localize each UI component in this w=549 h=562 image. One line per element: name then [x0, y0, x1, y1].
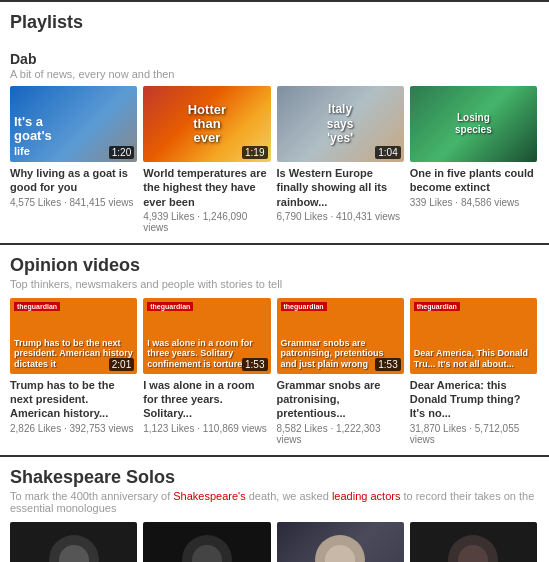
guardian-logo-alone: theguardian	[147, 302, 193, 311]
video-thumb-italy: Italysays'yes' 1:04	[277, 86, 404, 162]
guardian-logo-trump: theguardian	[14, 302, 60, 311]
guardian-logo-dear: theguardian	[414, 302, 460, 311]
shakespeare-link[interactable]: Shakespeare's	[173, 490, 245, 502]
video-thumb-losing: Losingspecies	[410, 86, 537, 162]
video-title-losing: One in five plants could become extinct	[410, 166, 537, 195]
dab-video-grid: It's agoat'slife 1:20 Why living as a go…	[10, 86, 539, 233]
video-item-laura[interactable]: 1:27 Laura Carmichael as Portia: 'The qu…	[277, 522, 404, 562]
opinion-section: Opinion videos Top thinkers, newsmakers …	[0, 243, 549, 445]
video-title-italy: Is Western Europe finally showing all it…	[277, 166, 404, 209]
shakespeare-section: Shakespeare Solos To mark the 400th anni…	[0, 455, 549, 562]
playlist-desc: A bit of news, every now and then	[10, 68, 539, 80]
video-item-italy[interactable]: Italysays'yes' 1:04 Is Western Europe fi…	[277, 86, 404, 233]
avatar-paterson	[182, 535, 232, 562]
video-meta-alone: 1,123 Likes · 110,869 views	[143, 423, 270, 434]
playlists-section: Playlists	[0, 0, 549, 33]
video-thumb-damian	[410, 522, 537, 562]
video-title-alone: I was alone in a room for three years. S…	[143, 378, 270, 421]
thumb-bg-riz	[10, 522, 137, 562]
video-meta-dear: 31,870 Likes · 5,712,055 views	[410, 423, 537, 445]
video-thumb-riz: 1:53	[10, 522, 137, 562]
thumb-text-hotter: Hotterthanever	[184, 99, 230, 150]
avatar-riz	[49, 535, 99, 562]
shakespeare-video-grid: 1:53 Riz Ahmed as Edmund in King Lear: '…	[10, 522, 539, 562]
video-item-hotter[interactable]: Hotterthanever 1:19 World temperatures a…	[143, 86, 270, 233]
thumb-bg-laura	[277, 522, 404, 562]
video-thumb-alone: theguardian I was alone in a room for th…	[143, 298, 270, 374]
video-item-paterson[interactable]: 1:34 Paterson Joseph as Shylock: 'You ca…	[143, 522, 270, 562]
shakespeare-subtitle: To mark the 400th anniversary of Shakesp…	[10, 490, 539, 514]
video-thumb-trump: theguardian Trump has to be the next pre…	[10, 298, 137, 374]
page-title: Playlists	[10, 12, 539, 33]
thumb-bg-dear: theguardian Dear America, This Donald Tr…	[410, 298, 537, 374]
video-title-trump: Trump has to be the next president. Amer…	[10, 378, 137, 421]
video-duration-hotter: 1:19	[242, 146, 267, 159]
thumb-text-italy: Italysays'yes'	[323, 98, 358, 149]
video-duration-grammar: 1:53	[375, 358, 400, 371]
thumb-title-goat: It's agoat'slife	[14, 115, 52, 158]
thumb-text-losing: Losingspecies	[451, 108, 496, 140]
video-title-hotter: World temperatures are the highest they …	[143, 166, 270, 209]
video-duration-trump: 2:01	[109, 358, 134, 371]
video-title-goat: Why living as a goat is good for you	[10, 166, 137, 195]
leading-actors-link[interactable]: leading actors	[332, 490, 401, 502]
video-meta-goat: 4,575 Likes · 841,415 views	[10, 197, 137, 208]
video-thumb-laura: 1:27	[277, 522, 404, 562]
video-thumb-dear: theguardian Dear America, This Donald Tr…	[410, 298, 537, 374]
video-item-goat[interactable]: It's agoat'slife 1:20 Why living as a go…	[10, 86, 137, 233]
video-item-damian[interactable]: Damian Lewis as An... heart is in the co…	[410, 522, 537, 562]
avatar-laura	[315, 535, 365, 562]
video-thumb-paterson: 1:34	[143, 522, 270, 562]
playlist-name: Dab	[10, 51, 539, 67]
avatar-damian	[448, 535, 498, 562]
shakespeare-title: Shakespeare Solos	[10, 467, 539, 488]
video-meta-trump: 2,826 Likes · 392,753 views	[10, 423, 137, 434]
dab-playlist: Dab A bit of news, every now and then It…	[0, 41, 549, 233]
video-item-trump[interactable]: theguardian Trump has to be the next pre…	[10, 298, 137, 445]
video-thumb-goat: It's agoat'slife 1:20	[10, 86, 137, 162]
video-thumb-hotter: Hotterthanever 1:19	[143, 86, 270, 162]
video-title-dear: Dear America: this Donald Trump thing? I…	[410, 378, 537, 421]
video-item-dear[interactable]: theguardian Dear America, This Donald Tr…	[410, 298, 537, 445]
thumb-bg-losing: Losingspecies	[410, 86, 537, 162]
opinion-title: Opinion videos	[10, 255, 539, 276]
video-item-riz[interactable]: 1:53 Riz Ahmed as Edmund in King Lear: '…	[10, 522, 137, 562]
thumb-bg-paterson	[143, 522, 270, 562]
video-meta-italy: 6,790 Likes · 410,431 views	[277, 211, 404, 222]
video-meta-hotter: 4,939 Likes · 1,246,090 views	[143, 211, 270, 233]
video-meta-grammar: 8,582 Likes · 1,222,303 views	[277, 423, 404, 445]
opinion-video-grid: theguardian Trump has to be the next pre…	[10, 298, 539, 445]
video-duration-alone: 1:53	[242, 358, 267, 371]
video-duration-goat: 1:20	[109, 146, 134, 159]
thumb-bg-damian	[410, 522, 537, 562]
thumb-text-dear: Dear America, This Donald Tru... It's no…	[414, 348, 533, 370]
video-item-grammar[interactable]: theguardian Grammar snobs are patronisin…	[277, 298, 404, 445]
video-duration-italy: 1:04	[375, 146, 400, 159]
video-title-grammar: Grammar snobs are patronising, pretentio…	[277, 378, 404, 421]
video-item-alone[interactable]: theguardian I was alone in a room for th…	[143, 298, 270, 445]
video-meta-losing: 339 Likes · 84,586 views	[410, 197, 537, 208]
guardian-logo-grammar: theguardian	[281, 302, 327, 311]
video-thumb-grammar: theguardian Grammar snobs are patronisin…	[277, 298, 404, 374]
opinion-subtitle: Top thinkers, newsmakers and people with…	[10, 278, 539, 290]
video-item-losing[interactable]: Losingspecies One in five plants could b…	[410, 86, 537, 233]
